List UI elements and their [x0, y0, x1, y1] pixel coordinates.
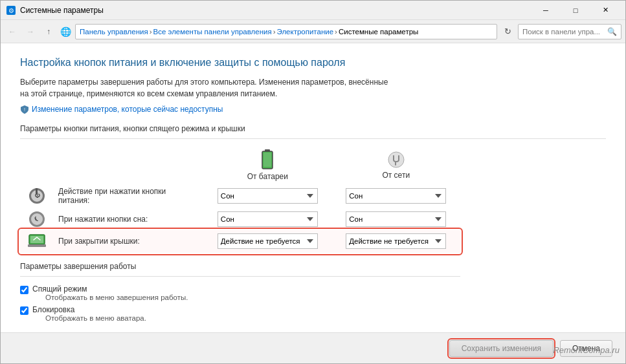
row3-battery-select[interactable]: Действие не требуется Сон Завершение раб…	[218, 233, 318, 249]
lid-icon	[28, 233, 46, 248]
row2-label: При нажатии кнопки сна:	[53, 208, 203, 230]
bottom-bar: Сохранить изменения Отмена	[1, 332, 625, 363]
main-content: Настройка кнопок питания и включение защ…	[1, 43, 625, 332]
breadcrumb-item-2[interactable]: Все элементы панели управления	[153, 28, 272, 36]
window-controls: ─ □ ✕	[531, 1, 620, 20]
table-row: ⏻ Действие при нажатии кнопки питания: С…	[20, 184, 460, 208]
power-table: От батареи От сети	[20, 147, 460, 253]
page-desc-line1: Выберите параметры завершения работы для…	[20, 78, 388, 87]
row2-battery-select[interactable]: Сон Завершение работы Гибернация Действи…	[218, 211, 318, 227]
svg-point-6	[388, 152, 404, 167]
breadcrumb-item-3[interactable]: Электропитание	[277, 28, 334, 36]
sleep-checkbox-sublabel: Отображать в меню завершения работы.	[45, 294, 188, 301]
row2-power-select[interactable]: Сон Завершение работы Гибернация Действи…	[346, 211, 446, 227]
breadcrumb-item-1[interactable]: Панель управления	[80, 28, 148, 36]
table-row-lid: При закрытии крышки: Действие не требует…	[20, 230, 460, 253]
svg-rect-9	[28, 244, 46, 247]
sleep-button-icon: ⏾	[29, 211, 45, 227]
battery-col-header: От батареи	[203, 147, 331, 184]
minimize-button[interactable]: ─	[531, 1, 561, 20]
power-button-icon: ⏻	[29, 188, 45, 204]
battery-icon	[262, 149, 273, 170]
app-icon: ⚙	[6, 5, 16, 16]
breadcrumb-item-4: Системные параметры	[339, 28, 418, 36]
lock-checkbox-sublabel: Отображать в меню аватара.	[45, 314, 146, 322]
page-desc-line2: на этой странице, применяются ко всем сх…	[20, 89, 277, 98]
divider	[20, 138, 606, 139]
titlebar: ⚙ Системные параметры ─ □ ✕	[1, 1, 625, 20]
power-col-header: От сети	[332, 147, 460, 184]
watermark: RemontCompa.ru	[553, 345, 620, 355]
row3-power-select[interactable]: Действие не требуется Сон Завершение раб…	[346, 233, 446, 249]
refresh-button[interactable]: ↻	[500, 24, 515, 39]
lock-checkbox[interactable]	[20, 306, 28, 315]
section-label: Параметры кнопки питания, кнопки спящего…	[20, 124, 606, 133]
window: ⚙ Системные параметры ─ □ ✕ ← → ↑ 🌐 Пане…	[0, 0, 626, 364]
svg-rect-5	[263, 153, 271, 167]
plug-icon	[387, 151, 405, 169]
change-params-text: Изменение параметров, которые сейчас нед…	[32, 105, 223, 114]
forward-button[interactable]: →	[23, 24, 38, 39]
row1-label: Действие при нажатии кнопки питания:	[53, 184, 203, 208]
lock-checkbox-label: Блокировка	[32, 305, 146, 314]
svg-text:!: !	[24, 107, 25, 112]
search-icon: 🔍	[607, 27, 617, 36]
checkbox-row-lock: Блокировка Отображать в меню аватара.	[20, 305, 460, 322]
save-button[interactable]: Сохранить изменения	[449, 340, 553, 357]
power-col-label: От сети	[337, 171, 455, 180]
shutdown-title: Параметры завершения работы	[20, 262, 460, 271]
back-button[interactable]: ←	[5, 24, 20, 39]
maximize-button[interactable]: □	[561, 1, 590, 20]
up-button[interactable]: ↑	[41, 24, 56, 39]
addressbar: ← → ↑ 🌐 Панель управления › Все элементы…	[1, 20, 625, 43]
shield-icon: !	[20, 105, 29, 114]
row1-battery-select[interactable]: Сон Завершение работы Гибернация Действи…	[218, 188, 318, 204]
location-icon: 🌐	[60, 27, 71, 37]
battery-col-label: От батареи	[208, 172, 326, 181]
change-params-link[interactable]: ! Изменение параметров, которые сейчас н…	[20, 105, 606, 114]
shutdown-divider	[20, 276, 460, 277]
sleep-checkbox[interactable]	[20, 286, 28, 294]
window-title: Системные параметры	[20, 6, 531, 15]
row1-power-select[interactable]: Сон Завершение работы Гибернация Действи…	[346, 188, 446, 204]
row3-label: При закрытии крышки:	[53, 230, 203, 253]
checkbox-row-sleep: Спящий режим Отображать в меню завершени…	[20, 284, 460, 301]
breadcrumb: Панель управления › Все элементы панели …	[75, 24, 497, 39]
table-row: ⏾ При нажатии кнопки сна: Сон Завершение…	[20, 208, 460, 230]
search-bar: 🔍	[518, 24, 621, 39]
page-desc: Выберите параметры завершения работы для…	[20, 76, 460, 100]
search-input[interactable]	[522, 28, 605, 36]
close-button[interactable]: ✕	[590, 1, 620, 20]
page-title: Настройка кнопок питания и включение защ…	[20, 56, 606, 70]
svg-text:⚙: ⚙	[8, 7, 14, 14]
shutdown-section: Параметры завершения работы Спящий режим…	[20, 262, 460, 322]
sleep-checkbox-label: Спящий режим	[32, 284, 188, 294]
